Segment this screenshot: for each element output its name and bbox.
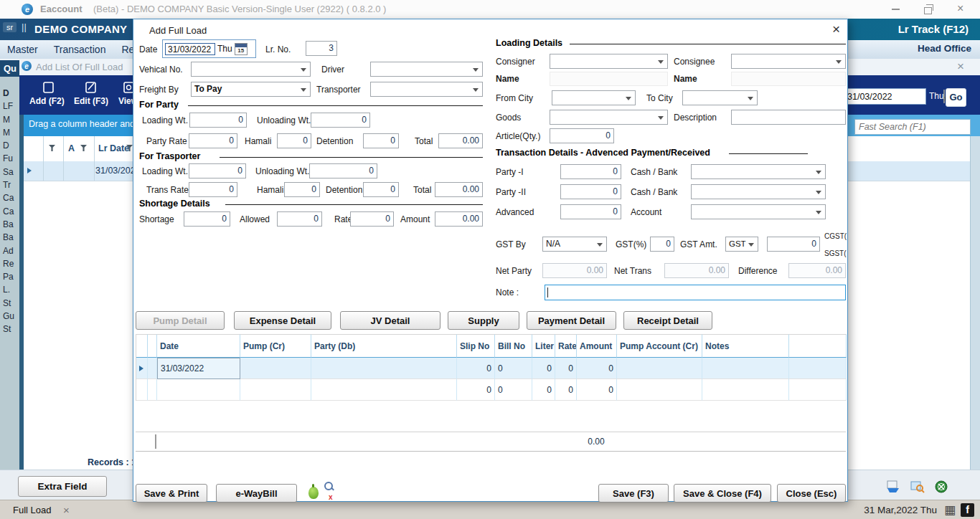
zoom-icon[interactable] — [324, 482, 333, 490]
pump-grid-header-cell[interactable] — [136, 334, 148, 358]
sidebar-item[interactable]: Ba — [0, 218, 19, 231]
edit-button[interactable]: Edit (F3) — [74, 96, 108, 106]
pump-grid-cell[interactable] — [240, 379, 311, 401]
pump-grid-cell[interactable]: 0 — [495, 358, 532, 379]
pump-grid-cell[interactable] — [148, 358, 157, 379]
party-loading-wt-input[interactable]: 0 — [189, 113, 247, 128]
vehical-no-select[interactable] — [191, 62, 311, 77]
pump-grid-header-bill-no[interactable]: Bill No — [495, 334, 532, 358]
pump-grid-cell[interactable] — [311, 379, 457, 401]
bg-grid-col-lr-date[interactable]: Lr Date — [98, 143, 129, 153]
driver-select[interactable] — [370, 62, 483, 77]
payment-detail-button[interactable]: Payment Detail — [527, 311, 616, 330]
pump-grid-cell[interactable]: 0 — [457, 358, 495, 379]
freight-by-select[interactable]: To Pay — [191, 82, 311, 97]
pump-grid-header-pump-cr-[interactable]: Pump (Cr) — [240, 334, 311, 358]
description-input[interactable] — [731, 110, 846, 125]
pump-grid-cell[interactable] — [240, 358, 311, 379]
pump-grid-cell[interactable]: 0 — [495, 379, 532, 401]
pump-grid-cell[interactable]: 0 — [457, 379, 495, 401]
party-hamali-input[interactable]: 0 — [277, 133, 311, 148]
expense-detail-button[interactable]: Expense Detail — [234, 311, 331, 330]
lr-track-date-input[interactable]: 31/03/2022 — [844, 88, 926, 105]
dialog-close-icon[interactable]: × — [832, 22, 840, 37]
transporter-select[interactable] — [370, 82, 483, 97]
party-unloading-wt-input[interactable]: 0 — [311, 113, 370, 128]
save-close-button[interactable]: Save & Close (F4) — [674, 484, 771, 503]
trans-hamali-input[interactable]: 0 — [284, 182, 320, 197]
pump-grid-cell[interactable] — [617, 358, 702, 379]
pump-grid-cell[interactable] — [136, 358, 148, 379]
restore-icon[interactable] — [924, 7, 932, 14]
bg-grid-col-a[interactable]: A — [68, 143, 75, 153]
advanced-input[interactable]: 0 — [560, 204, 621, 219]
party1-input[interactable]: 0 — [560, 164, 621, 179]
tab-title[interactable]: Add List Of Full Load — [36, 62, 123, 72]
taskbar-item-full-load[interactable]: Full Load — [13, 500, 51, 519]
shortage-rate-input[interactable]: 0 — [350, 211, 394, 227]
cash-bank2-select[interactable] — [691, 184, 826, 199]
gst-amt-input[interactable]: 0 — [767, 237, 820, 252]
print-icon[interactable] — [885, 480, 901, 494]
pump-grid-header-party-db-[interactable]: Party (Db) — [311, 334, 457, 358]
menu-item-transaction[interactable]: Transaction — [54, 44, 106, 55]
add-button[interactable]: Add (F2) — [29, 96, 65, 106]
pump-grid-cell[interactable] — [311, 358, 457, 379]
facebook-icon[interactable]: f — [961, 503, 974, 517]
fast-search-input[interactable] — [854, 119, 971, 135]
lr-no-input[interactable]: 3 — [306, 41, 337, 56]
sidebar-item[interactable]: Ca — [0, 191, 19, 204]
cash-bank1-select[interactable] — [691, 164, 826, 179]
consignee-name-field[interactable] — [731, 72, 846, 86]
gst-pct-input[interactable]: 0 — [650, 237, 674, 252]
pump-grid-cell[interactable]: 0 — [577, 379, 617, 401]
sidebar-item[interactable]: Tr — [0, 178, 19, 191]
allowed-input[interactable]: 0 — [277, 211, 322, 227]
add-record-icon[interactable] — [42, 81, 56, 95]
pump-grid-header-liter[interactable]: Liter — [532, 334, 555, 358]
party-rate-input[interactable]: 0 — [189, 133, 237, 148]
sidebar-item[interactable]: Ba — [0, 231, 19, 244]
pump-grid-header-date[interactable]: Date — [157, 334, 240, 358]
article-qty-input[interactable]: 0 — [550, 128, 614, 143]
sidebar-item[interactable]: M — [0, 126, 19, 139]
menu-item-master[interactable]: Master — [7, 44, 38, 55]
pump-grid-header-cell[interactable] — [789, 334, 847, 358]
export-excel-icon[interactable] — [934, 480, 948, 494]
pump-grid-cell[interactable]: 31/03/2022 — [157, 358, 240, 379]
trans-detention-input[interactable]: 0 — [363, 182, 399, 197]
save-print-button[interactable]: Save & Print — [136, 484, 207, 503]
pump-grid-cell[interactable]: 0 — [555, 379, 577, 401]
note-input[interactable] — [545, 285, 846, 300]
save-button[interactable]: Save (F3) — [598, 484, 669, 503]
party-total-input[interactable]: 0.00 — [438, 133, 483, 148]
sidebar-item[interactable]: L. — [0, 283, 19, 296]
trans-loading-wt-input[interactable]: 0 — [189, 163, 246, 178]
close-icon[interactable]: × — [957, 3, 963, 14]
date-field[interactable]: 31/03/2022 Thu 15 — [162, 39, 256, 58]
pump-grid-header-amount[interactable]: Amount — [577, 334, 617, 358]
sidebar-item[interactable]: Pa — [0, 270, 19, 283]
sidebar-item[interactable]: Re — [0, 257, 19, 270]
party-detention-input[interactable]: 0 — [363, 133, 399, 148]
edit-record-icon[interactable] — [84, 81, 98, 95]
vertical-scrollbar[interactable] — [970, 136, 980, 470]
from-city-select[interactable] — [552, 90, 636, 105]
sidebar-item[interactable]: Ca — [0, 205, 19, 218]
to-city-select[interactable] — [682, 90, 758, 105]
ewaybill-button[interactable]: e-WayBill — [216, 484, 297, 503]
pump-grid-header-cell[interactable] — [148, 334, 157, 358]
gst-type-select[interactable]: GST — [725, 237, 758, 252]
pump-grid-cell[interactable] — [148, 379, 157, 401]
pump-grid-cell[interactable] — [702, 379, 789, 401]
search-image-icon[interactable] — [910, 480, 925, 494]
pump-grid-cell[interactable]: 0 — [532, 379, 555, 401]
sidebar-item[interactable]: Ad — [0, 244, 19, 257]
pump-grid-cell[interactable]: 0 — [577, 358, 617, 379]
taskbar-close-icon[interactable]: × — [63, 500, 70, 519]
lr-track-button[interactable]: Lr Track (F12) — [898, 23, 969, 35]
sidebar-item[interactable]: Fu — [0, 152, 19, 165]
trans-unloading-wt-input[interactable]: 0 — [309, 163, 377, 178]
supply-button[interactable]: Supply — [448, 311, 519, 330]
account-select[interactable] — [691, 204, 826, 219]
